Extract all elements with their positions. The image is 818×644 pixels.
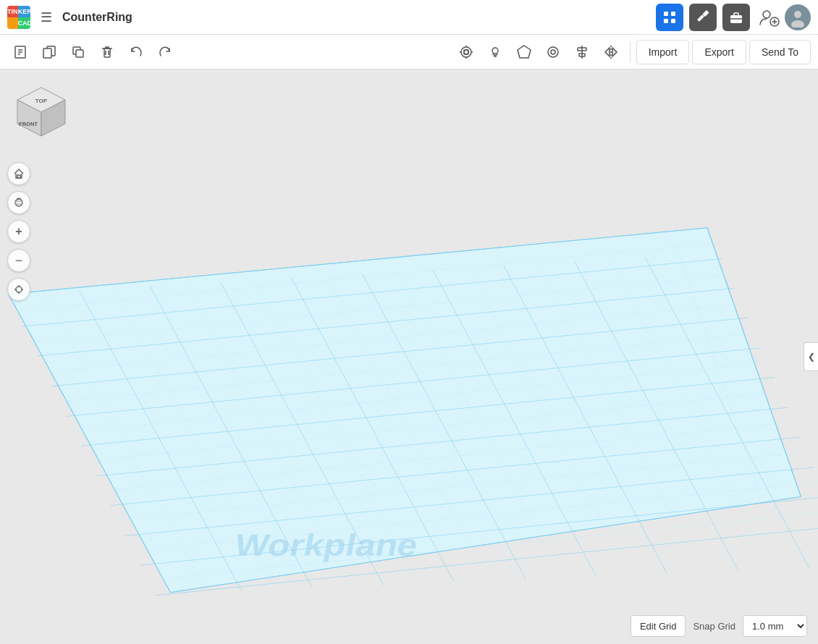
logo-tin: TIN — [7, 6, 18, 17]
svg-point-13 — [794, 11, 801, 18]
snap-grid-label: Snap Grid — [693, 621, 735, 632]
camera-view-btn[interactable] — [453, 39, 479, 65]
svg-point-14 — [791, 20, 804, 27]
export-button[interactable]: Export — [692, 40, 746, 64]
svg-rect-3 — [671, 19, 675, 23]
avatar[interactable] — [785, 4, 811, 30]
svg-text:FRONT: FRONT — [19, 121, 38, 127]
snap-grid-select[interactable]: 1.0 mm 0.1 mm 0.25 mm 0.5 mm 2.0 mm 5.0 … — [743, 615, 807, 637]
canvas-area[interactable]: Workplane TOP FRONT — [0, 69, 818, 644]
duplicate-button[interactable] — [65, 39, 91, 65]
bottom-controls: Edit Grid Snap Grid 1.0 mm 0.1 mm 0.25 m… — [631, 615, 807, 637]
left-controls: TOP FRONT — [7, 84, 72, 301]
svg-rect-7 — [734, 13, 738, 16]
right-panel-toggle[interactable]: ❮ — [804, 342, 818, 371]
align-btn[interactable] — [569, 39, 595, 65]
tinkercad-logo[interactable]: TIN KER CAD — [7, 6, 30, 29]
svg-point-27 — [461, 47, 471, 57]
svg-point-34 — [492, 48, 498, 54]
shape2-btn[interactable] — [540, 39, 566, 65]
delete-button[interactable] — [94, 39, 120, 65]
svg-point-97 — [15, 201, 22, 204]
grid-view-btn[interactable] — [656, 4, 683, 31]
add-user-button[interactable] — [756, 4, 782, 30]
redo-button[interactable] — [152, 39, 178, 65]
menu-icon[interactable]: ☰ — [38, 7, 55, 28]
logo-blank — [7, 17, 18, 29]
toolbar-separator — [630, 42, 631, 62]
light-btn[interactable] — [482, 39, 508, 65]
svg-point-9 — [763, 11, 770, 18]
svg-rect-4 — [697, 14, 704, 22]
shape1-btn[interactable] — [511, 39, 537, 65]
svg-point-28 — [464, 50, 468, 54]
svg-rect-95 — [17, 175, 20, 178]
logo-ker: KER — [18, 6, 31, 17]
mirror-btn[interactable] — [598, 39, 624, 65]
toolbar: Import Export Send To — [0, 35, 818, 69]
undo-button[interactable] — [123, 39, 149, 65]
copy-button[interactable] — [36, 39, 62, 65]
svg-rect-0 — [664, 12, 668, 16]
svg-point-37 — [548, 47, 558, 57]
new-button[interactable] — [7, 39, 33, 65]
header-right — [656, 4, 811, 31]
view-cube[interactable]: TOP FRONT — [7, 84, 72, 149]
svg-text:Workplane: Workplane — [232, 528, 421, 562]
import-button[interactable]: Import — [636, 40, 690, 64]
svg-rect-2 — [664, 19, 668, 23]
edit-grid-button[interactable]: Edit Grid — [631, 615, 686, 637]
chevron-left-icon: ❮ — [808, 352, 815, 362]
svg-rect-20 — [43, 48, 51, 58]
zoom-in-button[interactable]: + — [7, 220, 30, 243]
svg-point-38 — [551, 50, 555, 54]
svg-point-96 — [15, 199, 22, 206]
svg-marker-36 — [518, 46, 531, 58]
user-section — [756, 4, 811, 30]
logo-cad: CAD — [18, 17, 31, 29]
svg-rect-24 — [104, 48, 110, 57]
briefcase-btn[interactable] — [722, 4, 750, 31]
send-to-button[interactable]: Send To — [749, 40, 811, 64]
svg-point-98 — [16, 287, 22, 292]
project-title: CounterRing — [62, 11, 649, 24]
fit-view-button[interactable] — [7, 278, 30, 301]
home-button[interactable] — [7, 162, 30, 185]
main-area: Workplane TOP FRONT — [0, 69, 818, 644]
svg-rect-22 — [76, 50, 83, 57]
header: TIN KER CAD ☰ CounterRing — [0, 0, 818, 35]
hammer-btn[interactable] — [689, 4, 717, 31]
orbit-button[interactable] — [7, 191, 30, 214]
workplane: Workplane — [0, 69, 818, 644]
svg-rect-1 — [671, 12, 675, 16]
svg-text:TOP: TOP — [35, 98, 48, 104]
zoom-out-button[interactable]: − — [7, 249, 30, 272]
toolbar-right: Import Export Send To — [453, 39, 811, 65]
